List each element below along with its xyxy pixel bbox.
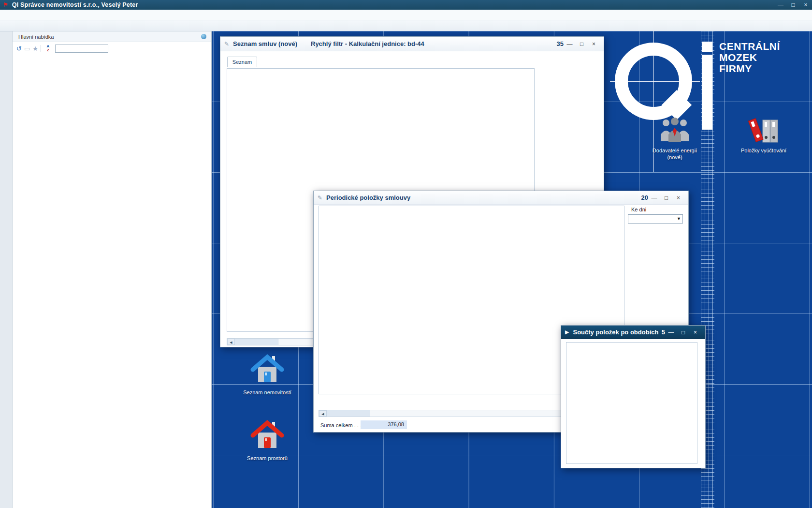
app-maximize-button[interactable]: □ [787,1,799,8]
tab-seznam[interactable]: Seznam [227,57,257,67]
win3-maximize-button[interactable]: □ [677,329,689,336]
scroll-left-icon[interactable]: ◀ [227,339,235,345]
win2-record-count: 20 [641,194,648,201]
brand-text: CENTRÁLNÍ MOZEK FIRMY [719,41,780,74]
nav-tree [13,56,211,508]
app-close-button[interactable]: × [799,1,812,8]
win2-title: Periodické položky smlouvy [326,194,410,201]
win3-record-count: 5 [662,329,665,336]
side-tab-strip [0,31,13,508]
shortcut-seznam-prostoru[interactable]: Seznam prostorů [236,418,299,462]
nav-panel-header: Hlavní nabídka [13,31,211,42]
house-blue-icon [250,352,285,386]
tree-preview-icon[interactable]: ▭ [24,45,30,52]
pen-icon: ✎ [318,194,322,201]
win3-minimize-button[interactable]: — [665,329,677,336]
suma-celkem-label: Suma celkem . . . . [320,422,364,428]
win1-filter-subtitle: Rychlý filtr - Kalkulační jednice: bd-44 [311,40,424,47]
tree-search-input[interactable] [55,45,108,53]
window-soucty-polozek: ▶ Součty položek po obdobích 5 — □ × [561,325,706,468]
app-flag-icon: ⚑ [3,1,8,8]
nav-panel: Hlavní nabídka ↺ ▭ ★ AZ [13,31,212,508]
shortcut-polozky-vyuctovani[interactable]: Položky vyúčtování [735,116,793,154]
house-red-icon [250,418,285,452]
win2-minimize-button[interactable]: — [648,194,660,201]
win1-tabbar: Seznam [220,51,604,67]
tree-refresh-icon[interactable]: ↺ [16,45,22,52]
scroll-left-icon[interactable]: ◀ [319,410,327,417]
desktop: CENTRÁLNÍ MOZEK FIRMY Dodavatelé energií… [212,31,812,508]
win1-close-button[interactable]: × [588,41,600,47]
win1-record-count: 35 [557,40,564,47]
tree-sort-az-icon[interactable]: AZ [44,44,53,53]
win3-close-button[interactable]: × [689,329,701,336]
win1-titlebar[interactable]: ✎ Seznam smluv (nové) Rychlý filtr - Kal… [220,37,604,51]
shortcut-dodavatele-energii[interactable]: Dodavatelé energií(nové) [646,116,704,161]
main-toolbar [0,20,812,31]
menubar [0,10,812,20]
win3-table [566,342,697,464]
chevron-down-icon: ▼ [677,216,681,221]
shortcut-seznam-nemovitosti[interactable]: Seznam nemovitostí [236,352,299,396]
binders-icon [748,116,779,144]
app-title: QI Správce nemovitostí s.r.o., Veselý Pe… [12,1,138,8]
tree-favorite-icon[interactable]: ★ [32,45,38,52]
suma-celkem-value: 376,08 [361,420,407,429]
win2-maximize-button[interactable]: □ [660,194,672,201]
win1-minimize-button[interactable]: — [564,41,576,47]
people-icon [659,116,690,144]
win1-maximize-button[interactable]: □ [576,41,588,47]
app-titlebar: ⚑ QI Správce nemovitostí s.r.o., Veselý … [0,0,812,10]
win3-title: Součty položek po obdobích [573,329,658,336]
app-minimize-button[interactable]: — [774,1,787,8]
ke-dni-combobox[interactable]: ▼ [628,214,683,224]
play-icon: ▶ [565,329,569,335]
ke-dni-label: Ke dni [631,207,646,212]
win2-titlebar[interactable]: ✎ Periodické položky smlouvy 20 — □ × [314,191,688,205]
pen-icon: ✎ [224,41,229,47]
nav-panel-title: Hlavní nabídka [18,34,54,40]
win3-titlebar[interactable]: ▶ Součty položek po obdobích 5 — □ × [561,326,705,339]
win2-close-button[interactable]: × [672,194,684,201]
panel-sphere-icon[interactable] [201,34,206,39]
application-screen: ⚑ QI Správce nemovitostí s.r.o., Veselý … [0,0,812,508]
nav-toolbar: ↺ ▭ ★ AZ [13,42,211,55]
win1-title: Seznam smluv (nové) [233,40,297,47]
